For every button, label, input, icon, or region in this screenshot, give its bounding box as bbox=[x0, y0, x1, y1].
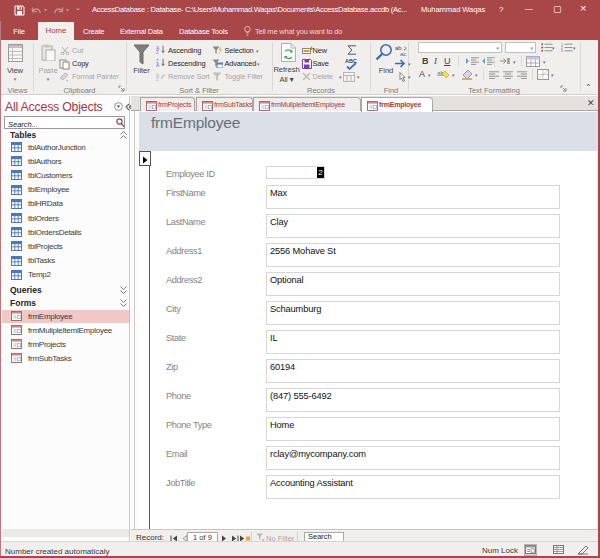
svg-text:Z: Z bbox=[156, 50, 159, 54]
svg-text:Z: Z bbox=[156, 76, 159, 80]
svg-text:ac: ac bbox=[400, 51, 406, 56]
svg-text:A: A bbox=[156, 63, 160, 67]
svg-text:3: 3 bbox=[561, 49, 563, 52]
